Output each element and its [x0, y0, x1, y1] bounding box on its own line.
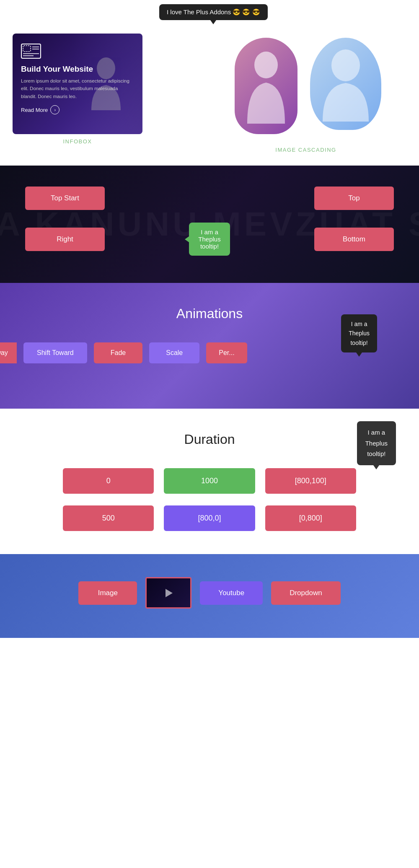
- btn-bottom[interactable]: Bottom: [314, 228, 394, 251]
- btn-dropdown[interactable]: Dropdown: [271, 581, 341, 605]
- top-tooltip-bubble: I love The Plus Addons 😎 😎 😎: [159, 4, 268, 20]
- btn-fade[interactable]: Fade: [94, 342, 142, 363]
- btn-shift-toward[interactable]: Shift Toward: [23, 342, 87, 363]
- btn-duration-0[interactable]: 0: [63, 468, 154, 494]
- section-animations: I am a Theplus tooltip! Animations Away …: [0, 283, 419, 409]
- btn-duration-1000[interactable]: 1000: [164, 468, 255, 494]
- play-icon: [162, 587, 175, 599]
- svg-point-8: [331, 49, 360, 81]
- duration-buttons-grid: 0 1000 [800,100] 500 [800,0] [0,800]: [63, 468, 356, 531]
- btn-perspective[interactable]: Per...: [206, 342, 247, 363]
- btn-duration-500[interactable]: 500: [63, 505, 154, 531]
- bottom-buttons-row: Image Youtube Dropdown: [17, 577, 402, 609]
- btn-youtube[interactable]: Youtube: [200, 581, 263, 605]
- tooltip-buttons-row2: Right I am a Theplus tooltip! Bottom: [25, 223, 394, 256]
- section-bottom: Image Youtube Dropdown: [0, 554, 419, 638]
- infobox-title: Build Your Website: [21, 65, 134, 74]
- svg-rect-1: [21, 44, 41, 58]
- infobox-icon: [21, 44, 134, 60]
- section-tooltip-buttons: CEZA KANUNU MEVZUAT SERI Top Start Top R…: [0, 166, 419, 283]
- duration-tooltip: I am a Theplus tooltip!: [357, 421, 396, 465]
- animations-tooltip: I am a Theplus tooltip!: [341, 314, 377, 352]
- btn-duration-800-0[interactable]: [800,0]: [164, 505, 255, 531]
- infobox-readmore[interactable]: Read More ›: [21, 105, 134, 114]
- infobox-label: INFOBOX: [63, 138, 92, 145]
- top-tooltip-text: I love The Plus Addons 😎 😎 😎: [167, 8, 260, 16]
- center-tooltip: I am a Theplus tooltip!: [189, 223, 230, 256]
- btn-top[interactable]: Top: [314, 187, 394, 210]
- infobox-card: Build Your Website Lorem ipsum dolor sit…: [13, 34, 142, 134]
- svg-marker-9: [166, 589, 173, 597]
- section-infobox-cascade: Build Your Website Lorem ipsum dolor sit…: [0, 29, 419, 166]
- image-cascade-label: IMAGE CASCADING: [275, 147, 336, 153]
- cascade-image-2: [310, 38, 381, 130]
- duration-title: Duration: [25, 432, 394, 447]
- btn-scale[interactable]: Scale: [149, 342, 199, 363]
- tooltip-buttons-row1: Top Start Top: [25, 187, 394, 210]
- svg-point-7: [254, 52, 278, 78]
- btn-right[interactable]: Right: [25, 228, 105, 251]
- infobox-description: Lorem ipsum dolor sit amet, consectetur …: [21, 77, 134, 100]
- cascade-image-1: [235, 38, 297, 134]
- svg-rect-2: [23, 46, 31, 52]
- section-duration: I am a Theplus tooltip! Duration 0 1000 …: [0, 409, 419, 554]
- image-cascade-wrapper: IMAGE CASCADING: [218, 34, 394, 153]
- infobox-wrapper: Build Your Website Lorem ipsum dolor sit…: [13, 34, 142, 145]
- btn-image[interactable]: Image: [78, 581, 137, 605]
- video-thumbnail[interactable]: [145, 577, 191, 609]
- btn-duration-800-100[interactable]: [800,100]: [265, 468, 356, 494]
- btn-top-start[interactable]: Top Start: [25, 187, 105, 210]
- btn-duration-0-800[interactable]: [0,800]: [265, 505, 356, 531]
- btn-away[interactable]: Away: [0, 342, 17, 363]
